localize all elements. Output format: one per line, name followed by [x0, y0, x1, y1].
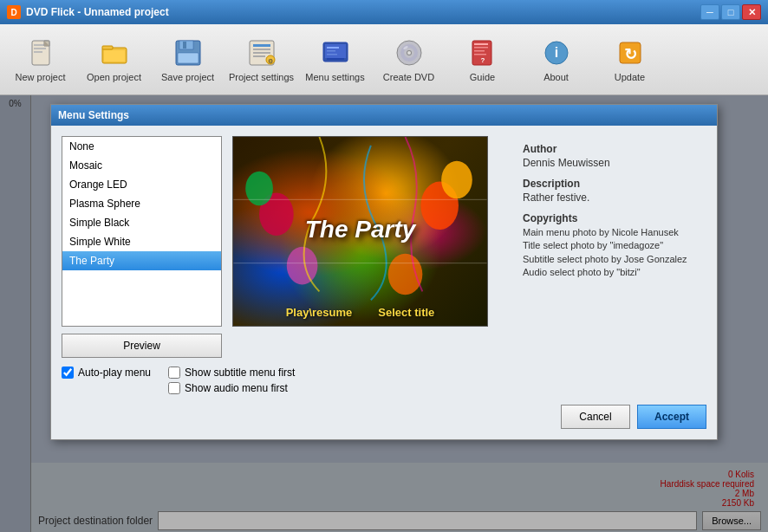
list-item-orange-led[interactable]: Orange LED	[62, 175, 221, 194]
project-settings-label: Project settings	[229, 72, 294, 82]
subtitle-row: Show subtitle menu first	[168, 367, 295, 379]
svg-point-41	[420, 182, 459, 230]
create-dvd-icon	[394, 37, 425, 68]
svg-point-45	[388, 254, 423, 295]
preview-area: The Party Play\resume Select title	[232, 136, 505, 358]
description-value: Rather festive.	[523, 191, 700, 204]
svg-text:i: i	[554, 45, 557, 60]
info-panel: Author Dennis Meuwissen Description Rath…	[516, 136, 706, 358]
svg-rect-12	[178, 53, 199, 63]
dialog-buttons: Cancel Accept	[62, 405, 706, 429]
preview-image: The Party Play\resume Select title	[232, 136, 488, 327]
svg-point-42	[441, 161, 472, 199]
audio-label[interactable]: Show audio menu first	[185, 382, 288, 394]
preview-play-btn: Play\resume	[286, 306, 353, 319]
menu-list[interactable]: None Mosaic Orange LED Plasma Sphere Sim…	[62, 136, 222, 327]
list-item-none[interactable]: None	[62, 137, 221, 156]
svg-rect-14	[253, 44, 270, 47]
toolbar-open-project[interactable]: Open project	[77, 28, 151, 92]
minimize-button[interactable]: ─	[700, 4, 719, 20]
checkbox-group: Auto-play menu	[62, 367, 151, 379]
create-dvd-label: Create DVD	[383, 72, 434, 82]
toolbar-about[interactable]: i About	[519, 28, 593, 92]
svg-rect-33	[474, 47, 488, 49]
modal-overlay: Menu Settings None Mosaic Orange LED Pla…	[0, 95, 768, 532]
project-settings-icon: ⚙	[246, 37, 277, 68]
toolbar-create-dvd[interactable]: Create DVD	[372, 28, 446, 92]
copyrights-label: Copyrights	[523, 212, 700, 224]
list-item-mosaic[interactable]: Mosaic	[62, 156, 221, 175]
about-icon: i	[541, 37, 572, 68]
svg-text:?: ?	[480, 56, 485, 64]
author-value: Dennis Meuwissen	[523, 157, 700, 169]
svg-rect-22	[327, 58, 344, 60]
svg-rect-11	[183, 42, 186, 49]
autoplay-label[interactable]: Auto-play menu	[78, 367, 151, 379]
svg-rect-8	[104, 50, 125, 62]
title-bar: D DVD Flick - Unnamed project ─ □ ✕	[0, 0, 768, 24]
svg-rect-7	[102, 46, 113, 49]
autoplay-row: Auto-play menu	[62, 367, 151, 379]
modal-body: None Mosaic Orange LED Plasma Sphere Sim…	[62, 136, 706, 358]
about-label: About	[543, 72, 569, 82]
toolbar-guide[interactable]: ? Guide	[446, 28, 519, 92]
update-icon: ↻	[615, 37, 646, 68]
toolbar-update[interactable]: ↻ Update	[593, 28, 667, 92]
autoplay-checkbox[interactable]	[62, 367, 74, 379]
preview-button[interactable]: Preview	[62, 334, 222, 358]
menu-settings-label: Menu settings	[305, 72, 364, 82]
update-label: Update	[615, 72, 645, 82]
modal-title-bar: Menu Settings	[51, 105, 717, 126]
svg-point-46	[287, 247, 318, 285]
author-label: Author	[523, 143, 700, 155]
list-panel: None Mosaic Orange LED Plasma Sphere Sim…	[62, 136, 222, 358]
list-item-simple-black[interactable]: Simple Black	[62, 213, 221, 232]
list-item-simple-white[interactable]: Simple White	[62, 232, 221, 251]
subtitle-label[interactable]: Show subtitle menu first	[185, 367, 295, 379]
window-title: DVD Flick - Unnamed project	[26, 6, 700, 18]
menu-settings-dialog: Menu Settings None Mosaic Orange LED Pla…	[50, 104, 718, 440]
preview-nav-buttons: Play\resume Select title	[233, 306, 487, 319]
open-project-icon	[99, 37, 130, 68]
open-project-label: Open project	[87, 72, 141, 82]
guide-icon: ?	[467, 37, 498, 68]
party-background: The Party Play\resume Select title	[233, 137, 487, 326]
save-project-icon	[172, 37, 204, 68]
svg-rect-3	[34, 51, 42, 53]
new-project-label: New project	[15, 72, 65, 82]
save-project-label: Save project	[161, 72, 214, 82]
options-row: Auto-play menu Show subtitle menu first …	[62, 367, 706, 394]
audio-row: Show audio menu first	[168, 382, 295, 394]
close-button[interactable]: ✕	[742, 4, 761, 20]
svg-rect-35	[474, 54, 486, 55]
toolbar-project-settings[interactable]: ⚙ Project settings	[225, 28, 298, 92]
copyrights-value: Main menu photo by Nicole Hanusek Title …	[523, 226, 700, 280]
svg-point-43	[259, 192, 294, 236]
svg-rect-25	[327, 54, 337, 55]
subtitle-checkbox[interactable]	[168, 367, 180, 379]
app-icon: D	[7, 5, 21, 19]
toolbar-new-project[interactable]: New project	[3, 28, 77, 92]
preview-select-btn: Select title	[378, 306, 434, 319]
svg-rect-24	[327, 50, 335, 52]
preview-title: The Party	[305, 216, 416, 243]
svg-point-44	[245, 172, 273, 206]
modal-content: None Mosaic Orange LED Plasma Sphere Sim…	[51, 126, 717, 439]
description-label: Description	[523, 178, 700, 190]
list-item-plasma-sphere[interactable]: Plasma Sphere	[62, 194, 221, 213]
svg-text:↻: ↻	[623, 46, 636, 63]
svg-rect-2	[34, 48, 46, 49]
maximize-button[interactable]: □	[721, 4, 740, 20]
svg-rect-16	[253, 52, 270, 54]
svg-rect-34	[474, 50, 485, 52]
guide-label: Guide	[470, 72, 495, 82]
audio-checkbox[interactable]	[168, 382, 180, 394]
svg-rect-17	[253, 55, 265, 57]
list-item-the-party[interactable]: The Party	[62, 251, 221, 270]
toolbar-save-project[interactable]: Save project	[151, 28, 225, 92]
cancel-button[interactable]: Cancel	[561, 405, 630, 429]
toolbar-menu-settings[interactable]: Menu settings	[298, 28, 372, 92]
svg-rect-23	[327, 47, 339, 49]
accept-button[interactable]: Accept	[637, 405, 706, 429]
window-controls: ─ □ ✕	[700, 4, 761, 20]
